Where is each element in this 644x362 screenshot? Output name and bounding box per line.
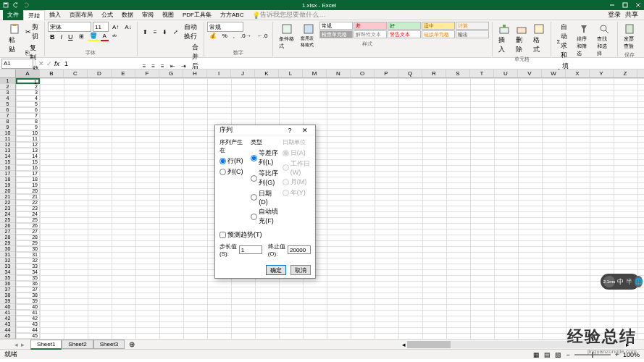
- row-header[interactable]: 44: [0, 327, 15, 333]
- row-header[interactable]: 4: [0, 96, 15, 101]
- dialog-help-icon[interactable]: ?: [288, 127, 291, 134]
- row-header[interactable]: 42: [0, 316, 15, 321]
- sheet-tab-2[interactable]: Sheet2: [62, 340, 93, 349]
- row-header[interactable]: 31: [0, 252, 15, 258]
- style-cell[interactable]: 计算: [456, 22, 489, 30]
- format-cells-button[interactable]: 格式: [530, 22, 548, 56]
- row-header[interactable]: 18: [0, 177, 15, 182]
- cell[interactable]: 26: [16, 223, 40, 229]
- cell[interactable]: 44: [16, 327, 40, 333]
- save-icon[interactable]: [3, 2, 9, 8]
- style-cell[interactable]: 常规: [319, 22, 353, 30]
- cancel-formula-icon[interactable]: ✕: [38, 60, 44, 67]
- cell[interactable]: 31: [16, 252, 40, 258]
- col-header-X[interactable]: X: [566, 70, 590, 77]
- undo-icon[interactable]: [13, 2, 19, 8]
- style-cell[interactable]: 警告文本: [388, 30, 421, 38]
- bold-button[interactable]: B: [48, 33, 57, 41]
- row-header[interactable]: 40: [0, 304, 15, 310]
- trend-checkbox[interactable]: 预测趋势(T): [219, 230, 311, 240]
- col-header-V[interactable]: V: [518, 70, 542, 77]
- border-button[interactable]: ⊞: [77, 33, 86, 41]
- row-header[interactable]: 17: [0, 171, 15, 177]
- comma-button[interactable]: ,: [231, 32, 237, 40]
- cell[interactable]: 16: [16, 165, 40, 171]
- row-header[interactable]: 25: [0, 217, 15, 223]
- row-header[interactable]: 29: [0, 240, 15, 246]
- cell[interactable]: 8: [16, 119, 40, 125]
- insert-cells-button[interactable]: 插入: [495, 22, 513, 56]
- col-header-C[interactable]: C: [64, 70, 88, 77]
- new-sheet-button[interactable]: ⊕: [129, 340, 135, 348]
- row-header[interactable]: 20: [0, 188, 15, 194]
- row-header[interactable]: 16: [0, 165, 15, 171]
- spreadsheet-grid[interactable]: ABCDEFGHIJKLMNOPQRSTUVWXYZ 1234567891011…: [0, 70, 644, 339]
- ime-settings-icon[interactable]: 2.1ms: [603, 276, 615, 287]
- col-header-N[interactable]: N: [327, 70, 351, 77]
- currency-button[interactable]: 💰: [207, 32, 219, 40]
- col-header-I[interactable]: I: [207, 70, 231, 77]
- col-header-J[interactable]: J: [231, 70, 255, 77]
- select-all-corner[interactable]: [0, 70, 16, 77]
- layout-tab[interactable]: 页面布局: [65, 10, 97, 20]
- row-header[interactable]: 32: [0, 258, 15, 264]
- cell[interactable]: 4: [16, 96, 40, 101]
- underline-button[interactable]: U: [66, 33, 75, 41]
- maximize-icon[interactable]: [622, 2, 628, 8]
- increase-font-button[interactable]: A↑: [110, 23, 121, 31]
- style-cell[interactable]: 输出: [456, 30, 489, 38]
- row-header[interactable]: 43: [0, 321, 15, 327]
- row-header[interactable]: 9: [0, 125, 15, 130]
- style-cell[interactable]: 差: [354, 22, 387, 30]
- number-format-select[interactable]: [207, 22, 243, 32]
- col-header-E[interactable]: E: [112, 70, 135, 77]
- row-header[interactable]: 38: [0, 292, 15, 298]
- row-header[interactable]: 10: [0, 130, 15, 136]
- style-cell[interactable]: 适中: [422, 22, 455, 30]
- col-header-B[interactable]: B: [40, 70, 64, 77]
- col-header-F[interactable]: F: [135, 70, 159, 77]
- cell[interactable]: 23: [16, 206, 40, 211]
- cell[interactable]: 3: [16, 90, 40, 96]
- font-name-select[interactable]: [48, 22, 91, 32]
- style-cell[interactable]: 解释性文本: [354, 30, 387, 38]
- view-normal-icon[interactable]: ▦: [533, 351, 540, 358]
- type-auto-radio[interactable]: 自动填充(F): [251, 206, 279, 227]
- row-header[interactable]: 3: [0, 90, 15, 96]
- cell[interactable]: 25: [16, 217, 40, 223]
- cell[interactable]: 15: [16, 159, 40, 165]
- row-header[interactable]: 30: [0, 246, 15, 252]
- row-header[interactable]: 13: [0, 148, 15, 153]
- col-header-Y[interactable]: Y: [590, 70, 614, 77]
- decrease-font-button[interactable]: A↓: [122, 23, 133, 31]
- col-header-D[interactable]: D: [88, 70, 112, 77]
- row-header[interactable]: 33: [0, 264, 15, 269]
- cell[interactable]: 27: [16, 229, 40, 235]
- row-header[interactable]: 41: [0, 310, 15, 316]
- cell[interactable]: 6: [16, 107, 40, 113]
- cell[interactable]: 38: [16, 292, 40, 298]
- row-header[interactable]: 24: [0, 211, 15, 217]
- col-header-A[interactable]: A: [16, 70, 40, 77]
- cell[interactable]: 5: [16, 101, 40, 107]
- cell[interactable]: 35: [16, 275, 40, 281]
- series-col-radio[interactable]: 列(C): [219, 167, 248, 177]
- font-color-button[interactable]: A: [101, 32, 109, 41]
- cell[interactable]: 29: [16, 240, 40, 246]
- row-header[interactable]: 23: [0, 206, 15, 211]
- col-header-G[interactable]: G: [159, 70, 183, 77]
- col-header-T[interactable]: T: [470, 70, 494, 77]
- cell[interactable]: 19: [16, 182, 40, 188]
- row-header[interactable]: 8: [0, 119, 15, 125]
- row-header[interactable]: 27: [0, 229, 15, 235]
- close-icon[interactable]: [635, 2, 641, 8]
- cut-button[interactable]: ✂剪切: [23, 22, 41, 42]
- cell[interactable]: 36: [16, 281, 40, 287]
- sheet-nav-first-icon[interactable]: ◂: [14, 341, 18, 348]
- cell[interactable]: 42: [16, 316, 40, 321]
- italic-button[interactable]: I: [59, 33, 65, 41]
- addon-tab[interactable]: 方方ABC: [216, 10, 248, 20]
- conditional-format-button[interactable]: 条件格式: [276, 22, 298, 51]
- col-header-P[interactable]: P: [375, 70, 398, 77]
- tell-me[interactable]: 💡 告诉我您想要做什么…: [248, 10, 330, 20]
